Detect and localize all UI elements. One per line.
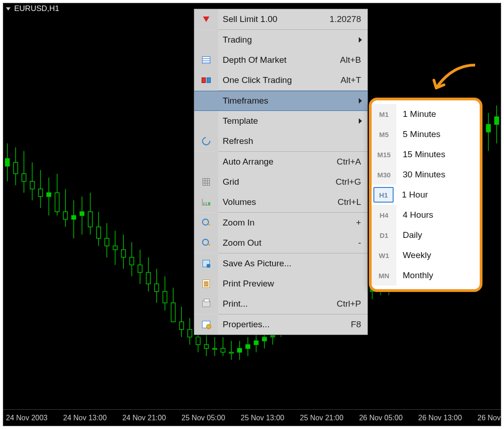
timeframe-label: 4 Hours: [396, 210, 433, 220]
menu-zoom-in[interactable]: Zoom In +: [194, 213, 367, 233]
svg-rect-13: [55, 193, 59, 212]
svg-rect-117: [486, 124, 490, 132]
menu-template[interactable]: Template: [194, 111, 367, 131]
timeframe-code: W1: [372, 245, 396, 265]
svg-rect-19: [80, 212, 84, 215]
svg-rect-49: [204, 345, 208, 348]
time-axis: 24 Nov 200324 Nov 13:0024 Nov 21:0025 No…: [3, 409, 501, 426]
svg-rect-53: [221, 348, 225, 352]
time-axis-tick: 24 Nov 21:00: [122, 414, 166, 422]
one-click-trading-icon: [202, 77, 211, 83]
svg-rect-27: [113, 246, 117, 250]
timeframe-label: Monthly: [396, 270, 433, 280]
menu-volumes[interactable]: Volumes Ctrl+L: [194, 192, 367, 212]
svg-rect-63: [263, 337, 267, 341]
svg-rect-3: [14, 162, 18, 174]
svg-rect-7: [30, 182, 34, 189]
timeframe-option-m1[interactable]: M11 Minute: [372, 104, 480, 124]
zoom-in-icon: [202, 219, 210, 227]
menu-one-click-trading[interactable]: One Click Trading Alt+T: [194, 70, 367, 90]
submenu-arrow-icon: [359, 116, 367, 126]
timeframe-option-m5[interactable]: M55 Minutes: [372, 124, 480, 144]
timeframe-code: MN: [372, 265, 396, 286]
print-preview-icon: [203, 280, 210, 288]
svg-rect-61: [254, 341, 258, 345]
sell-arrow-icon: [203, 16, 209, 22]
timeframe-code: M15: [372, 144, 396, 165]
svg-rect-11: [47, 193, 51, 197]
svg-rect-55: [229, 352, 233, 353]
svg-rect-47: [196, 337, 200, 345]
time-axis-tick: 26 Nov: [477, 414, 501, 422]
svg-rect-17: [71, 215, 76, 219]
timeframe-option-m30[interactable]: M3030 Minutes: [372, 165, 480, 185]
menu-trading[interactable]: Trading: [194, 30, 367, 50]
menu-sell-limit[interactable]: Sell Limit 1.00 1.20278: [194, 9, 367, 29]
svg-rect-57: [237, 348, 241, 352]
svg-rect-15: [63, 212, 67, 220]
svg-rect-29: [121, 250, 126, 258]
svg-rect-39: [163, 292, 167, 303]
timeframe-label: Daily: [396, 230, 422, 240]
menu-refresh[interactable]: Refresh: [194, 131, 367, 151]
timeframe-option-m15[interactable]: M1515 Minutes: [372, 144, 480, 165]
timeframe-label: 5 Minutes: [396, 129, 440, 139]
svg-rect-37: [154, 284, 159, 292]
print-icon: [202, 301, 210, 307]
chart-context-menu: Sell Limit 1.00 1.20278 Trading Depth Of…: [194, 9, 368, 335]
svg-rect-43: [180, 322, 184, 330]
menu-save-as-picture[interactable]: Save As Picture...: [194, 253, 367, 274]
timeframe-label: Weekly: [396, 250, 431, 260]
menu-depth-of-market[interactable]: Depth Of Market Alt+B: [194, 50, 367, 70]
timeframe-option-d1[interactable]: D1Daily: [372, 225, 480, 245]
menu-auto-arrange[interactable]: Auto Arrange Ctrl+A: [194, 152, 367, 172]
timeframe-label: 30 Minutes: [396, 170, 445, 180]
timeframe-option-w1[interactable]: W1Weekly: [372, 245, 480, 265]
timeframe-code: H4: [372, 205, 396, 225]
depth-of-market-icon: [202, 56, 210, 64]
time-axis-tick: 26 Nov 05:00: [359, 414, 403, 422]
menu-zoom-out[interactable]: Zoom Out -: [194, 233, 367, 253]
svg-rect-59: [246, 345, 250, 348]
timeframe-code: M1: [372, 104, 396, 124]
svg-rect-119: [494, 117, 499, 125]
submenu-arrow-icon: [359, 96, 367, 106]
properties-icon: [202, 321, 210, 328]
time-axis-tick: 24 Nov 2003: [6, 414, 48, 422]
svg-rect-51: [213, 348, 217, 349]
timeframe-code: D1: [372, 225, 396, 245]
submenu-arrow-icon: [359, 35, 367, 45]
timeframe-label: 1 Hour: [395, 190, 428, 200]
timeframe-code: M30: [372, 165, 396, 185]
menu-print[interactable]: Print... Ctrl+P: [194, 294, 367, 314]
time-axis-tick: 25 Nov 05:00: [181, 414, 225, 422]
zoom-out-icon: [202, 239, 210, 247]
svg-rect-35: [146, 273, 150, 284]
svg-rect-25: [105, 238, 109, 246]
volumes-icon: [202, 199, 210, 205]
menu-timeframes[interactable]: Timeframes: [194, 91, 367, 111]
chart-window[interactable]: EURUSD,H1 24 Nov 200324 Nov 13:0024 Nov …: [3, 3, 501, 426]
menu-properties[interactable]: Properties... F8: [194, 314, 367, 335]
menu-grid[interactable]: Grid Ctrl+G: [194, 172, 367, 192]
timeframe-code: H1: [373, 187, 394, 203]
timeframe-option-mn[interactable]: MNMonthly: [372, 265, 480, 286]
svg-rect-21: [88, 212, 93, 227]
timeframe-option-h1[interactable]: H11 Hour: [372, 185, 480, 205]
timeframes-submenu: M11 MinuteM55 MinutesM1515 MinutesM3030 …: [369, 98, 482, 292]
menu-print-preview[interactable]: Print Preview: [194, 274, 367, 294]
time-axis-tick: 25 Nov 21:00: [300, 414, 343, 422]
svg-rect-45: [188, 330, 192, 337]
svg-rect-9: [38, 189, 43, 197]
refresh-icon: [200, 135, 212, 147]
timeframe-code: M5: [372, 124, 396, 144]
svg-rect-23: [97, 227, 101, 238]
svg-rect-31: [130, 257, 134, 265]
time-axis-tick: 24 Nov 13:00: [63, 414, 107, 422]
timeframe-label: 15 Minutes: [396, 149, 445, 160]
time-axis-tick: 26 Nov 13:00: [418, 414, 462, 422]
svg-rect-41: [171, 303, 175, 322]
svg-rect-5: [22, 174, 26, 182]
timeframe-option-h4[interactable]: H44 Hours: [372, 205, 480, 225]
svg-rect-1: [5, 159, 10, 166]
